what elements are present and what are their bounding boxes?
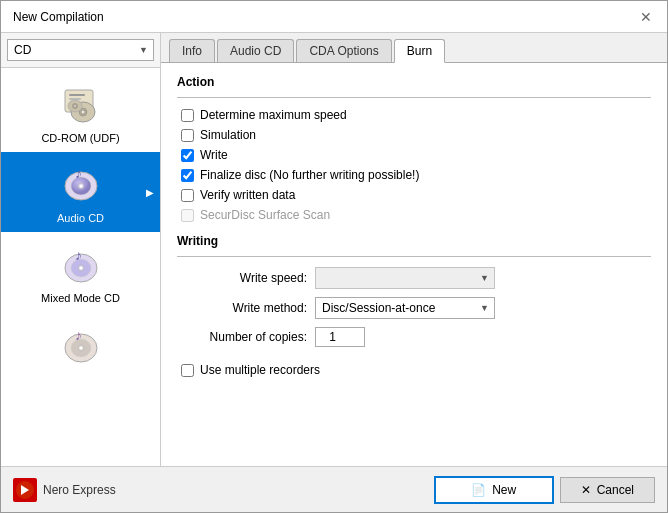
writing-section: Writing Write speed: Write method: <box>177 234 651 377</box>
svg-point-8 <box>74 105 76 107</box>
svg-text:♪: ♪ <box>75 327 82 343</box>
svg-point-22 <box>79 347 82 350</box>
audio-cd-label: Audio CD <box>57 212 104 224</box>
tab-burn[interactable]: Burn <box>394 39 445 63</box>
simulation-checkbox[interactable] <box>181 129 194 142</box>
multiple-recorders-label: Use multiple recorders <box>200 363 320 377</box>
sidebar-top: CD DVD Blu-ray <box>1 33 160 68</box>
cdrom-icon <box>57 80 105 128</box>
action-separator <box>177 97 651 98</box>
cdrom-label: CD-ROM (UDF) <box>41 132 119 144</box>
write-method-label: Write method: <box>177 301 307 315</box>
dialog-body: CD DVD Blu-ray <box>1 33 667 466</box>
extra-cd-icon: ♪ <box>57 320 105 368</box>
copies-input[interactable]: 1 <box>315 327 365 347</box>
write-checkbox[interactable] <box>181 149 194 162</box>
write-method-select-wrapper: Disc/Session-at-once Track-at-once Raw <box>315 297 495 319</box>
disc-type-select[interactable]: CD DVD Blu-ray <box>7 39 154 61</box>
writing-title: Writing <box>177 234 651 248</box>
write-label: Write <box>200 148 228 162</box>
svg-text:♪: ♪ <box>75 165 82 181</box>
cancel-icon: ✕ <box>581 483 591 497</box>
checkbox-row-securedisc: SecurDisc Surface Scan <box>177 208 651 222</box>
verify-label: Verify written data <box>200 188 295 202</box>
checkbox-row-write: Write <box>177 148 651 162</box>
writing-separator <box>177 256 651 257</box>
max-speed-checkbox[interactable] <box>181 109 194 122</box>
nero-label: Nero Express <box>43 483 116 497</box>
checkbox-row-verify: Verify written data <box>177 188 651 202</box>
checkbox-row-simulation: Simulation <box>177 128 651 142</box>
finalize-label: Finalize disc (No further writing possib… <box>200 168 419 182</box>
sidebar: CD DVD Blu-ray <box>1 33 161 466</box>
sidebar-list: CD-ROM (UDF) <box>1 68 160 466</box>
write-method-row: Write method: Disc/Session-at-once Track… <box>177 297 651 319</box>
disc-type-dropdown-wrapper: CD DVD Blu-ray <box>7 39 154 61</box>
right-panel: Info Audio CD CDA Options Burn Action <box>161 33 667 466</box>
audio-cd-icon: ♪ <box>57 160 105 208</box>
sidebar-item-mixed-mode[interactable]: ♪ Mixed Mode CD <box>1 232 160 312</box>
svg-point-3 <box>81 111 84 114</box>
svg-point-12 <box>79 185 82 188</box>
action-title: Action <box>177 75 651 89</box>
svg-rect-4 <box>69 94 85 96</box>
write-speed-select[interactable] <box>315 267 495 289</box>
title-bar: New Compilation ✕ <box>1 1 667 33</box>
tab-cda-options[interactable]: CDA Options <box>296 39 391 62</box>
copies-row: Number of copies: 1 <box>177 327 651 347</box>
new-button-icon: 📄 <box>471 483 486 497</box>
sidebar-item-extra-cd[interactable]: ♪ <box>1 312 160 380</box>
max-speed-label: Determine maximum speed <box>200 108 347 122</box>
write-speed-label: Write speed: <box>177 271 307 285</box>
nero-logo <box>13 478 37 502</box>
verify-checkbox[interactable] <box>181 189 194 202</box>
checkbox-row-finalize: Finalize disc (No further writing possib… <box>177 168 651 182</box>
sidebar-item-cdrom[interactable]: CD-ROM (UDF) <box>1 72 160 152</box>
content-area: Action Determine maximum speed Simulatio… <box>161 63 667 466</box>
write-speed-select-wrapper <box>315 267 495 289</box>
tab-info[interactable]: Info <box>169 39 215 62</box>
close-button[interactable]: ✕ <box>637 8 655 26</box>
nero-express-area: Nero Express <box>13 478 116 502</box>
copies-label: Number of copies: <box>177 330 307 344</box>
cancel-label: Cancel <box>597 483 634 497</box>
bottom-bar: Nero Express 📄 New ✕ Cancel <box>1 466 667 512</box>
mixed-mode-icon: ♪ <box>57 240 105 288</box>
mixed-mode-label: Mixed Mode CD <box>41 292 120 304</box>
bottom-buttons: 📄 New ✕ Cancel <box>434 476 655 504</box>
write-method-select[interactable]: Disc/Session-at-once Track-at-once Raw <box>315 297 495 319</box>
write-speed-row: Write speed: <box>177 267 651 289</box>
new-button[interactable]: 📄 New <box>434 476 554 504</box>
new-button-label: New <box>492 483 516 497</box>
securedisc-checkbox[interactable] <box>181 209 194 222</box>
checkbox-row-max-speed: Determine maximum speed <box>177 108 651 122</box>
tab-audio-cd[interactable]: Audio CD <box>217 39 294 62</box>
svg-text:♪: ♪ <box>75 247 82 263</box>
sidebar-selected-arrow: ▶ <box>146 187 154 198</box>
cancel-button[interactable]: ✕ Cancel <box>560 477 655 503</box>
new-compilation-dialog: New Compilation ✕ CD DVD Blu-ray <box>0 0 668 513</box>
simulation-label: Simulation <box>200 128 256 142</box>
multiple-recorders-checkbox[interactable] <box>181 364 194 377</box>
securedisc-label: SecurDisc Surface Scan <box>200 208 330 222</box>
action-section: Action Determine maximum speed Simulatio… <box>177 75 651 222</box>
finalize-checkbox[interactable] <box>181 169 194 182</box>
dialog-title: New Compilation <box>13 10 104 24</box>
tabs: Info Audio CD CDA Options Burn <box>161 33 667 63</box>
svg-point-17 <box>79 267 82 270</box>
checkbox-row-multiple-recorders: Use multiple recorders <box>177 363 651 377</box>
sidebar-item-audio-cd[interactable]: ♪ Audio CD ▶ <box>1 152 160 232</box>
